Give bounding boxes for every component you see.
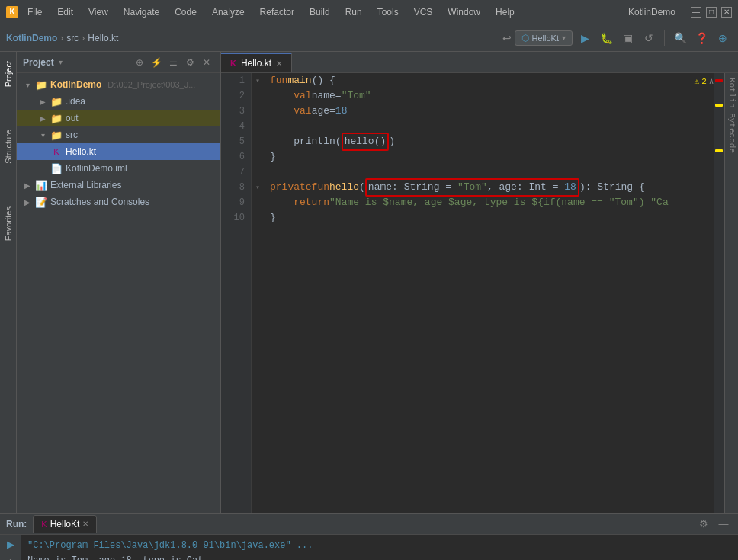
project-tab-label[interactable]: Project: [2, 55, 14, 93]
fold-arrow-6: [252, 149, 264, 165]
left-sidebar-tabs: Project Structure Favorites: [0, 52, 17, 513]
menu-navigate[interactable]: Navigate: [120, 5, 162, 19]
menu-run[interactable]: Run: [342, 5, 365, 19]
extlibs-expand-arrow[interactable]: ▶: [23, 181, 32, 190]
code-line-9: return "Name is $name, age $age, type is…: [270, 195, 708, 210]
extlibs-name: External Libraries: [50, 180, 121, 190]
menu-file[interactable]: File: [24, 5, 45, 19]
panel-sync-button[interactable]: ⚡: [149, 55, 164, 70]
right-gutter: [714, 73, 724, 513]
help-button[interactable]: ❓: [692, 29, 711, 47]
menu-refactor[interactable]: Refactor: [257, 5, 297, 19]
menu-help[interactable]: Help: [493, 5, 518, 19]
editor-tabs: K Hello.kt ✕: [221, 52, 738, 73]
minimize-button[interactable]: —: [691, 7, 701, 18]
console-left-actions: ▶ ↑ ↓ ■ ↺ 📌 ⚙: [0, 535, 21, 560]
search-button[interactable]: 🔍: [671, 29, 689, 47]
var-age: age: [312, 104, 329, 119]
title-bar: K File Edit View Navigate Code Analyze R…: [0, 0, 738, 24]
fn-main: main: [287, 73, 311, 88]
kotlin-bytecode-sidebar: Kotlin Bytecode: [724, 73, 738, 513]
run-button[interactable]: ▶: [576, 29, 594, 47]
iml-name: KotlinDemo.iml: [66, 163, 127, 174]
maximize-button[interactable]: □: [706, 7, 717, 18]
debug-button[interactable]: 🐛: [597, 29, 615, 47]
menu-tools[interactable]: Tools: [374, 5, 402, 19]
favorites-tab-label[interactable]: Favorites: [2, 200, 14, 247]
reload-button[interactable]: ↺: [640, 29, 658, 47]
panel-title-arrow[interactable]: ▾: [59, 58, 63, 66]
hello-kt-name: Hello.kt: [66, 146, 96, 157]
menu-edit[interactable]: Edit: [54, 5, 76, 19]
menu-analyze[interactable]: Analyze: [209, 5, 248, 19]
close-button[interactable]: ✕: [721, 7, 732, 18]
menu-build[interactable]: Build: [306, 5, 333, 19]
menu-window[interactable]: Window: [444, 5, 483, 19]
code-fold-col: ▾ ▾: [252, 73, 264, 513]
breadcrumb-src[interactable]: src: [66, 33, 79, 43]
root-name: KotlinDemo: [50, 79, 101, 90]
back-icon[interactable]: ↩: [502, 32, 512, 44]
console-up-button[interactable]: ↑: [2, 555, 19, 560]
kw-val-3: val: [294, 104, 311, 119]
line-numbers: 1 2 3 4 5 6 7 8 9 10: [221, 73, 252, 513]
bottom-tab-close-button[interactable]: ✕: [82, 520, 88, 528]
breadcrumb-file[interactable]: Hello.kt: [88, 33, 118, 43]
menu-code[interactable]: Code: [172, 5, 200, 19]
idea-expand-arrow[interactable]: ▶: [38, 98, 47, 106]
src-expand-arrow[interactable]: ▾: [38, 131, 47, 139]
iml-icon: 📄: [50, 163, 63, 174]
panel-close-button[interactable]: ✕: [199, 55, 214, 70]
console-minimize-button[interactable]: —: [715, 516, 732, 533]
kotlin-bytecode-tab[interactable]: Kotlin Bytecode: [726, 73, 738, 158]
str-tom: "Tom": [342, 88, 371, 104]
scratches-expand-arrow[interactable]: ▶: [23, 198, 32, 206]
tab-close-button[interactable]: ✕: [276, 59, 282, 68]
bottom-tab-icon: K: [41, 520, 47, 529]
code-line-2: val name = "Tom": [270, 88, 708, 104]
tree-hello-kt[interactable]: K Hello.kt: [17, 143, 220, 160]
tree-out[interactable]: ▶ 📁 out: [17, 110, 220, 126]
toolbar-separator: [664, 30, 665, 46]
breadcrumb: KotlinDemo › src › Hello.kt: [6, 33, 118, 43]
code-editor: ⚠ 2 ∧ ∨ 1 2 3 4 5 6 7 8 9 10 ▾: [221, 73, 738, 513]
console-run-button[interactable]: ▶: [2, 538, 19, 552]
hello-params-highlight: name: String = "Tom", age: Int = 18: [365, 178, 579, 197]
editor-tab-hello-kt[interactable]: K Hello.kt ✕: [221, 53, 292, 72]
out-expand-arrow[interactable]: ▶: [38, 114, 47, 123]
code-content[interactable]: fun main () { val name = "Tom" val: [264, 73, 714, 513]
console-text[interactable]: "C:\Program Files\Java\jdk1.8.0_91\bin\j…: [21, 535, 738, 560]
warning-indicator-2: [715, 149, 723, 152]
panel-add-button[interactable]: ⊕: [132, 55, 147, 70]
file-tree: ▾ 📁 KotlinDemo D:\002_Project\003_J... ▶…: [17, 73, 220, 513]
tab-kt-icon: K: [230, 59, 236, 68]
return-str: "Name is $name, age $age, type is ${if(n…: [329, 195, 669, 210]
structure-tab-label[interactable]: Structure: [2, 123, 14, 170]
menu-vcs[interactable]: VCS: [411, 5, 436, 19]
menu-view[interactable]: View: [85, 5, 111, 19]
fold-arrow-1[interactable]: ▾: [252, 73, 264, 88]
root-expand-arrow[interactable]: ▾: [23, 81, 32, 89]
warning-number: 2: [701, 77, 707, 86]
extra-button[interactable]: ⊕: [714, 29, 732, 47]
fold-arrow-5: [252, 134, 264, 149]
breadcrumb-project[interactable]: KotlinDemo: [6, 33, 57, 43]
num-18: 18: [335, 104, 348, 119]
line-num-10: 10: [224, 210, 245, 226]
code-line-8: private fun hello ( name: String = "Tom"…: [270, 180, 708, 195]
tree-src[interactable]: ▾ 📁 src: [17, 126, 220, 143]
fold-arrow-8[interactable]: ▾: [252, 180, 264, 195]
bottom-tab-hellok[interactable]: K HelloKt ✕: [33, 515, 97, 533]
tree-root[interactable]: ▾ 📁 KotlinDemo D:\002_Project\003_J...: [17, 76, 220, 93]
tree-external-libs[interactable]: ▶ 📊 External Libraries: [17, 177, 220, 194]
tree-iml[interactable]: ▶ 📄 KotlinDemo.iml: [17, 160, 220, 177]
panel-settings-button[interactable]: ⚙: [182, 55, 197, 70]
coverage-button[interactable]: ▣: [618, 29, 637, 47]
l3-indent: [270, 104, 294, 119]
fold-arrow-10: [252, 210, 264, 226]
tree-scratches[interactable]: ▶ 📝 Scratches and Consoles: [17, 194, 220, 210]
run-config[interactable]: ⬡ HelloKt ▾: [515, 30, 573, 46]
tree-idea[interactable]: ▶ 📁 .idea: [17, 93, 220, 110]
console-gear-button[interactable]: ⚙: [695, 516, 712, 533]
panel-collapse-button[interactable]: ⚌: [165, 55, 181, 70]
